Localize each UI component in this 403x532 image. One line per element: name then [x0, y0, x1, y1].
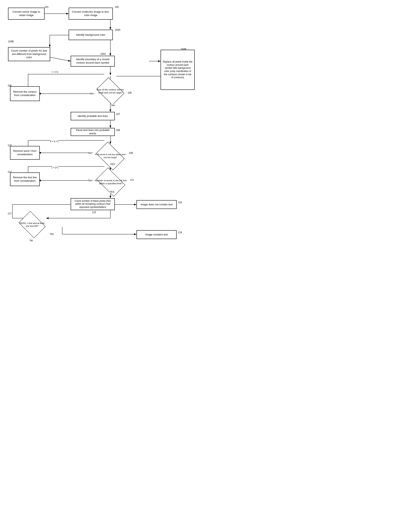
box-104b: Replace all pixels inside the contour ar…	[161, 50, 195, 90]
box-102: Convert multicolor image to two-color im…	[69, 8, 113, 20]
d109-no: No	[88, 152, 91, 154]
box-103b: Count number of pixels N1 that are diffe…	[8, 47, 50, 61]
ref-117: 117	[8, 212, 12, 215]
ref-119: 119	[178, 231, 182, 234]
d111-no: No	[88, 179, 91, 182]
ref-112: 112	[8, 171, 12, 173]
box-112: Remove the text line from consideration	[10, 172, 40, 186]
ref-111: 111	[130, 178, 134, 181]
ref-118: 118	[178, 201, 182, 204]
ref-102: 102	[115, 6, 119, 8]
loop-label-i: i = i+1	[52, 70, 58, 73]
ref-103b: 103B	[8, 40, 14, 43]
flowchart-diagram: Convert vector image to raster image 101…	[0, 0, 202, 266]
ref-105: 105	[128, 91, 132, 94]
box-110: Remove word i from consideration	[10, 146, 40, 160]
box-104a: Identify boundary of a closed contour ar…	[71, 56, 115, 67]
ref-101: 101	[45, 6, 49, 8]
box-108: Parse text lines into probable words	[71, 128, 115, 136]
ref-108: 108	[116, 129, 120, 132]
d105-yes: Yes	[111, 104, 115, 107]
svg-line-7	[50, 57, 71, 61]
ref-104b: 104B	[181, 48, 186, 51]
ref-104a: 104A	[100, 52, 106, 55]
d105-no: No	[90, 92, 93, 95]
d117-yes: Yes	[50, 233, 54, 235]
ref-109: 109	[129, 152, 133, 154]
box-118: Image does not contain text	[136, 200, 177, 209]
loop-label-k: k = k +1	[50, 140, 59, 143]
box-115: Count number of black pixels (N2) within…	[71, 198, 115, 210]
ref-107: 107	[116, 113, 120, 115]
diamond-117-wrap: N2/N1 < limit and at least one text left…	[16, 213, 48, 237]
ref-115: 115	[92, 211, 96, 214]
loop-label-j: j = j+1	[52, 166, 58, 169]
diamond-111-wrap: Number of words in the j-th line within …	[93, 170, 129, 194]
box-107: Identify probable text lines	[71, 112, 115, 120]
ref-106: 106	[8, 84, 12, 87]
diamond-109-wrap: K-th word is not too short and not too l…	[93, 144, 128, 168]
ref-103a: 103A	[115, 28, 120, 31]
box-106: Remove the contour from consideration	[10, 86, 40, 101]
box-101: Convert vector image to raster image	[8, 8, 45, 20]
diamond-105-wrap: Size of the contour not too small and no…	[94, 79, 126, 103]
box-119: Image contains text	[136, 230, 177, 239]
box-103a: Identify background color	[69, 30, 113, 40]
ref-110: 110	[8, 144, 12, 147]
d117-no: No	[30, 239, 33, 242]
